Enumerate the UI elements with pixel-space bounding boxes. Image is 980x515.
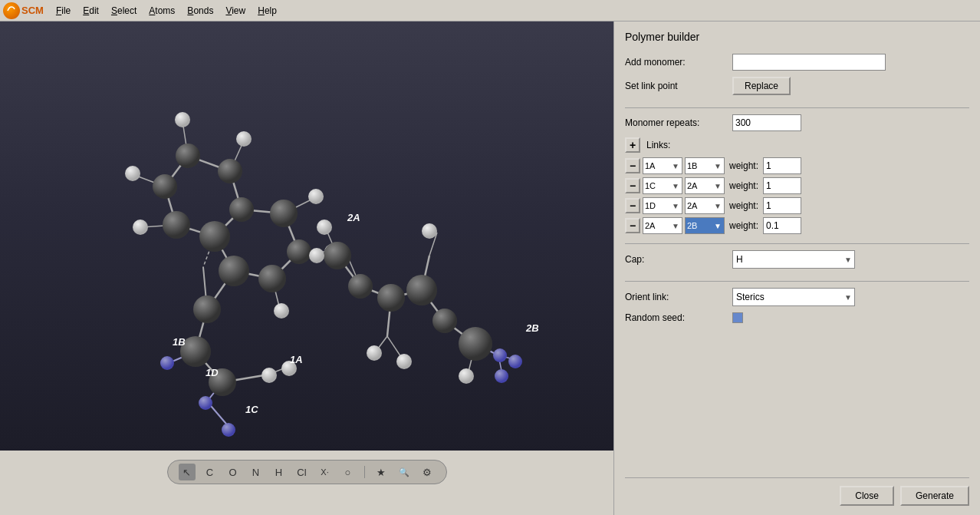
add-link-button[interactable]: + bbox=[625, 137, 640, 153]
weight-1-input[interactable] bbox=[763, 157, 801, 174]
link-to-2-wrapper: 2A ▼ bbox=[685, 177, 725, 194]
links-header: + Links: bbox=[625, 137, 969, 153]
link-row-3: − 1D ▼ 2A ▼ weight: bbox=[625, 197, 969, 214]
replace-button[interactable]: Replace bbox=[732, 77, 791, 95]
settings-tool-button[interactable]: ⚙ bbox=[419, 464, 436, 480]
divider-1 bbox=[625, 107, 969, 108]
link-to-1-wrapper: 1B ▼ bbox=[685, 157, 725, 174]
svg-point-76 bbox=[459, 327, 492, 361]
carbon-tool-button[interactable]: C bbox=[202, 464, 219, 480]
svg-point-48 bbox=[163, 211, 190, 239]
search-tool-button[interactable]: 🔍 bbox=[396, 464, 413, 480]
set-link-point-label: Set link point bbox=[625, 81, 732, 91]
svg-point-67 bbox=[160, 356, 174, 370]
link-from-3-wrapper: 1D ▼ bbox=[643, 197, 682, 214]
weight-3-input[interactable] bbox=[763, 197, 801, 214]
menu-edit[interactable]: Edit bbox=[77, 4, 105, 18]
menu-bonds[interactable]: Bonds bbox=[181, 4, 219, 18]
link-from-3-select[interactable]: 1D bbox=[643, 197, 682, 214]
add-monomer-input[interactable] bbox=[732, 54, 886, 71]
svg-text:1A: 1A bbox=[290, 354, 303, 365]
link-to-4-select[interactable]: 2B bbox=[685, 217, 725, 234]
svg-point-59 bbox=[175, 112, 190, 127]
link-from-2-wrapper: 1C ▼ bbox=[643, 177, 682, 194]
svg-point-80 bbox=[367, 345, 382, 361]
orient-select-wrapper: Sterics ▼ bbox=[732, 288, 855, 306]
svg-point-50 bbox=[229, 197, 254, 222]
link-from-4-select[interactable]: 2A bbox=[643, 217, 682, 234]
main-area: 2A 1B 1A 1D 1C 2B ↖ C O N H Cl X· ○ ★ 🔍 bbox=[0, 21, 980, 515]
svg-point-68 bbox=[199, 396, 212, 410]
random-seed-checkbox[interactable] bbox=[732, 312, 743, 323]
menu-atoms[interactable]: Atoms bbox=[143, 4, 181, 18]
link-from-4-wrapper: 2A ▼ bbox=[643, 217, 682, 234]
menu-file[interactable]: File bbox=[50, 4, 77, 18]
svg-point-49 bbox=[218, 159, 242, 183]
toolbar-pill: ↖ C O N H Cl X· ○ ★ 🔍 ⚙ bbox=[167, 460, 447, 484]
scm-logo-icon bbox=[3, 2, 20, 19]
link-to-1-select[interactable]: 1B bbox=[685, 157, 725, 174]
weight-2-label: weight: bbox=[729, 180, 758, 191]
cap-select-wrapper: H ▼ bbox=[732, 250, 855, 269]
weight-4-label: weight: bbox=[729, 220, 758, 231]
right-panel: Polymer builder Add monomer: Set link po… bbox=[613, 21, 980, 515]
weight-2-input[interactable] bbox=[763, 177, 801, 194]
link-to-2-select[interactable]: 2A bbox=[685, 177, 725, 194]
chlorine-tool-button[interactable]: Cl bbox=[294, 464, 311, 480]
weight-3-label: weight: bbox=[729, 200, 758, 211]
scm-logo-text: SCM bbox=[21, 5, 44, 16]
bottom-toolbar: ↖ C O N H Cl X· ○ ★ 🔍 ⚙ bbox=[0, 451, 613, 494]
link-from-2-select[interactable]: 1C bbox=[643, 177, 682, 194]
svg-point-73 bbox=[377, 284, 405, 312]
remove-link-3-button[interactable]: − bbox=[625, 198, 640, 213]
menubar: SCM File Edit Select Atoms Bonds View He… bbox=[0, 0, 980, 21]
menu-select[interactable]: Select bbox=[105, 4, 143, 18]
toolbar-separator-1 bbox=[364, 466, 365, 478]
monomer-repeats-input[interactable] bbox=[732, 114, 801, 131]
star-tool-button[interactable]: ★ bbox=[373, 464, 390, 480]
menu-view[interactable]: View bbox=[219, 4, 252, 18]
ring-tool-button[interactable]: ○ bbox=[340, 464, 357, 480]
svg-point-71 bbox=[324, 242, 351, 269]
menu-help[interactable]: Help bbox=[252, 4, 283, 18]
monomer-repeats-row: Monomer repeats: bbox=[625, 114, 969, 131]
svg-point-62 bbox=[236, 131, 252, 147]
viewport-canvas[interactable]: 2A 1B 1A 1D 1C 2B bbox=[0, 21, 613, 494]
random-seed-row: Random seed: bbox=[625, 312, 969, 323]
svg-point-55 bbox=[219, 256, 249, 286]
svg-point-47 bbox=[153, 174, 177, 199]
monomer-repeats-label: Monomer repeats: bbox=[625, 117, 732, 128]
links-label: Links: bbox=[646, 140, 670, 150]
panel-footer: Close Generate bbox=[625, 477, 969, 506]
orient-select[interactable]: Sterics bbox=[732, 288, 855, 306]
generate-button[interactable]: Generate bbox=[900, 486, 969, 506]
link-to-4-wrapper: 2B ▼ bbox=[685, 217, 725, 234]
panel-title: Polymer builder bbox=[625, 31, 969, 43]
oxygen-tool-button[interactable]: O bbox=[225, 464, 242, 480]
cap-label: Cap: bbox=[625, 254, 732, 265]
link-from-1-select[interactable]: 1A bbox=[643, 157, 682, 174]
svg-point-77 bbox=[317, 220, 332, 235]
svg-point-60 bbox=[125, 166, 140, 181]
link-to-3-select[interactable]: 2A bbox=[685, 197, 725, 214]
close-button[interactable]: Close bbox=[840, 486, 894, 506]
svg-point-81 bbox=[396, 354, 412, 369]
nitrogen-tool-button[interactable]: N bbox=[248, 464, 265, 480]
remove-link-1-button[interactable]: − bbox=[625, 158, 640, 173]
set-link-point-row: Set link point Replace bbox=[625, 77, 969, 95]
remove-link-2-button[interactable]: − bbox=[625, 178, 640, 193]
svg-point-82 bbox=[459, 368, 474, 384]
svg-point-79 bbox=[422, 223, 437, 239]
remove-link-4-button[interactable]: − bbox=[625, 218, 640, 233]
x-tool-button[interactable]: X· bbox=[317, 464, 334, 480]
cap-select[interactable]: H bbox=[732, 250, 855, 269]
cap-row: Cap: H ▼ bbox=[625, 250, 969, 269]
svg-point-75 bbox=[432, 309, 457, 333]
hydrogen-tool-button[interactable]: H bbox=[271, 464, 288, 480]
svg-text:2A: 2A bbox=[347, 212, 360, 223]
orient-link-label: Orient link: bbox=[625, 292, 732, 302]
add-monomer-label: Add monomer: bbox=[625, 57, 732, 68]
svg-point-53 bbox=[287, 239, 311, 264]
weight-4-input[interactable] bbox=[763, 217, 801, 234]
cursor-tool-button[interactable]: ↖ bbox=[179, 464, 196, 480]
